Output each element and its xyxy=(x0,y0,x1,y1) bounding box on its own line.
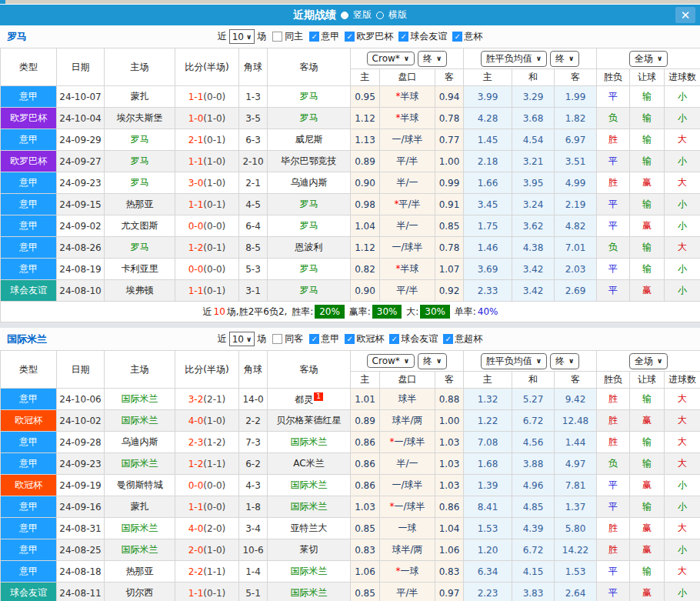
score-cell: 1-1(0-1) xyxy=(175,194,239,215)
league-filter-checkbox[interactable]: ✓ xyxy=(389,334,399,344)
away-team: 恩波利 xyxy=(268,237,351,259)
corners: 1-4 xyxy=(239,561,268,583)
handicap-line: 球半 xyxy=(380,389,435,410)
handicap-home-odds: 0.86 xyxy=(351,475,380,496)
col-goals: 进球数 xyxy=(665,69,700,86)
avg-final-select[interactable]: 终∨ xyxy=(550,51,579,67)
league-type-badge: 欧罗巴杯 xyxy=(1,151,57,172)
scope-select[interactable]: 全场∨ xyxy=(629,51,668,67)
vertical-layout-label[interactable]: 竖版 xyxy=(353,8,372,22)
score-cell: 1-1(0-1) xyxy=(175,583,239,601)
col-result: 胜负 xyxy=(597,372,630,389)
corners: 5-3 xyxy=(239,259,268,280)
matches-unit-label: 场 xyxy=(257,30,266,43)
handicap-away-odds: 1.03 xyxy=(435,432,464,453)
avg-draw-odds: 3.29 xyxy=(512,86,555,108)
chevron-down-icon: ∨ xyxy=(436,357,442,365)
match-row: 意甲 24-10-06 国际米兰 3-2(2-1) 14-0 都灵1 1.01 … xyxy=(1,389,700,410)
home-team: 卡利亚里 xyxy=(105,259,175,280)
col-corner: 角球 xyxy=(239,351,268,389)
league-filter-checkbox[interactable]: ✓ xyxy=(309,32,319,42)
chevron-down-icon: ∨ xyxy=(536,357,542,365)
handicap-home-odds: 1.06 xyxy=(351,561,380,583)
score-cell: 2-0(1-0) xyxy=(175,539,239,561)
avg-home-odds: 1.32 xyxy=(464,389,512,410)
close-icon[interactable]: ✕ xyxy=(675,7,695,23)
result: 平 xyxy=(597,194,630,215)
home-team: 国际米兰 xyxy=(105,453,175,475)
half-time-score: (0-1) xyxy=(203,135,225,145)
match-count-select[interactable]: 10∨ xyxy=(229,29,255,44)
goals-result: 小 xyxy=(665,215,700,237)
chevron-down-icon: ∨ xyxy=(404,55,409,62)
league-filter-checkbox[interactable]: ✓ xyxy=(443,334,453,344)
corners: 6-2 xyxy=(239,453,268,475)
home-team: 蒙扎 xyxy=(105,86,175,108)
summary-item: 30% xyxy=(420,305,450,319)
avg-home-odds: 1.22 xyxy=(464,410,512,432)
team-name: 罗马 xyxy=(7,30,27,44)
section-header: 罗马 近 10∨ 场 同主 ✓意甲✓欧罗巴杯✓球会友谊✓意杯 xyxy=(0,25,700,48)
avg-odds-select[interactable]: 胜平负均值∨ xyxy=(481,353,547,369)
goals-result: 大 xyxy=(665,410,700,432)
league-filter-label: 球会友谊 xyxy=(401,332,438,346)
avg-draw-odds: 3.42 xyxy=(512,259,555,280)
handicap-result: 输 xyxy=(630,151,665,172)
odds-final-select[interactable]: 终∨ xyxy=(418,51,447,67)
half-time-score: (0-0) xyxy=(203,480,225,491)
handicap-result: 输 xyxy=(630,389,665,410)
league-filter-checkbox[interactable]: ✓ xyxy=(345,334,355,344)
avg-away-odds: 6.97 xyxy=(555,129,597,151)
match-count-select[interactable]: 10∨ xyxy=(229,332,255,346)
odds-final-select[interactable]: 终∨ xyxy=(418,353,447,369)
score-cell: 1-1(0-0) xyxy=(175,496,239,518)
avg-away-odds: 2.64 xyxy=(555,583,597,601)
match-count-value: 10 xyxy=(232,334,244,345)
league-filter-checkbox[interactable]: ✓ xyxy=(398,32,408,42)
same-venue-checkbox[interactable] xyxy=(272,334,282,344)
col-avg-home: 主 xyxy=(464,69,512,86)
half-time-score: (0-0) xyxy=(203,502,225,513)
odds-provider-select[interactable]: Crow*∨ xyxy=(367,354,415,368)
goals-result: 小 xyxy=(665,496,700,518)
avg-odds-select[interactable]: 胜平负均值∨ xyxy=(481,51,547,67)
avg-home-odds: 2.33 xyxy=(464,280,512,302)
league-type-badge: 意甲 xyxy=(1,561,57,583)
handicap-away-odds: 0.91 xyxy=(435,194,464,215)
same-venue-checkbox[interactable] xyxy=(272,32,282,42)
handicap-home-odds: 1.01 xyxy=(351,389,380,410)
home-team: 罗马 xyxy=(105,151,175,172)
horizontal-layout-label[interactable]: 横版 xyxy=(388,8,407,22)
handicap-result: 输 xyxy=(630,561,665,583)
match-date: 24-10-02 xyxy=(57,410,105,432)
avg-home-odds: 1.39 xyxy=(464,475,512,496)
odds-provider-select[interactable]: Crow*∨ xyxy=(367,52,415,65)
vertical-layout-radio[interactable] xyxy=(341,12,348,19)
avg-odds-value: 胜平负均值 xyxy=(486,52,532,65)
avg-draw-odds: 5.27 xyxy=(512,389,555,410)
league-filter-checkbox[interactable]: ✓ xyxy=(345,32,355,42)
handicap-home-odds: 1.12 xyxy=(351,237,380,259)
league-filter-label: 球会友谊 xyxy=(410,30,447,43)
horizontal-layout-radio[interactable] xyxy=(376,12,384,19)
col-home: 主场 xyxy=(105,351,175,389)
handicap-line: 平/半 xyxy=(380,583,435,601)
handicap-line: 半/一 xyxy=(380,215,435,237)
goals-result: 小 xyxy=(665,539,700,561)
league-filter-checkbox[interactable]: ✓ xyxy=(309,334,319,344)
handicap-result: 输 xyxy=(630,453,665,475)
match-date: 24-08-10 xyxy=(57,280,105,302)
col-away: 客场 xyxy=(268,48,351,86)
avg-final-select[interactable]: 终∨ xyxy=(550,353,579,369)
home-team: 蒙扎 xyxy=(105,496,175,518)
scope-select[interactable]: 全场∨ xyxy=(629,353,668,369)
goals-result: 小 xyxy=(665,259,700,280)
away-team: 罗马 xyxy=(268,215,351,237)
result: 胜 xyxy=(597,539,630,561)
home-team: 国际米兰 xyxy=(105,518,175,539)
league-filter-checkbox[interactable]: ✓ xyxy=(452,32,462,42)
match-row: 意甲 24-08-25 国际米兰 2-0(1-0) 10-6 莱切 0.83 球… xyxy=(1,539,700,561)
corners: 1-8 xyxy=(239,496,268,518)
summary-item: 大: xyxy=(403,306,418,317)
match-date: 24-09-29 xyxy=(57,129,105,151)
